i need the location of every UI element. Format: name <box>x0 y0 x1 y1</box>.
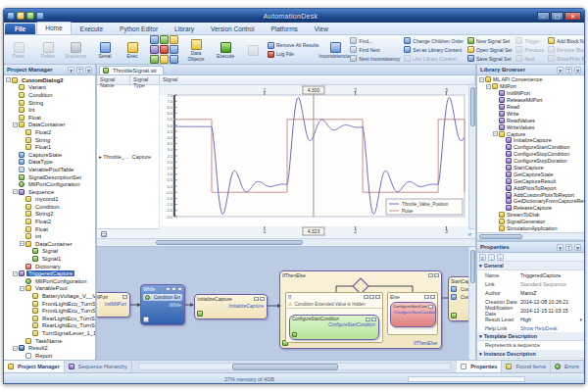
tree-item[interactable]: Float <box>4 114 95 122</box>
tree-item[interactable]: −ML API Convenience <box>477 76 584 83</box>
new-signal-set-button[interactable]: New Signal Set <box>467 37 512 45</box>
property-row[interactable]: Help LinkShow HelpDesk <box>477 323 584 332</box>
block-collapse-icon[interactable] <box>172 287 176 291</box>
find-next-button[interactable]: Find Next <box>350 46 400 54</box>
tree-item[interactable]: ReadValues <box>477 117 584 123</box>
tree-item[interactable]: RearLightEcu_TurnSignalLeft <box>4 315 95 322</box>
tab-python-editor[interactable]: Python Editor <box>112 24 166 34</box>
expander-icon[interactable]: − <box>486 84 491 89</box>
open-signal-set-button[interactable]: Open Signal Set <box>467 46 512 54</box>
tree-item[interactable]: InitMilPort <box>477 90 584 97</box>
tree-item[interactable]: StreamToDisk <box>477 212 584 219</box>
expander-icon[interactable]: − <box>479 77 484 82</box>
tree-item[interactable]: −TriggeredCapture <box>4 270 95 277</box>
tree-item[interactable]: DataType <box>4 159 95 167</box>
library-horizontal-scrollbar[interactable] <box>477 232 584 239</box>
tree-item[interactable]: −VariablePool <box>4 285 95 293</box>
tree-item[interactable]: Float2 <box>4 218 95 225</box>
configure-start-condition-if-block[interactable]: ConfigureStartCondition ConfigureStartCo… <box>289 315 379 340</box>
palette-block-icon[interactable] <box>160 35 169 44</box>
diagram-vertical-scrollbar[interactable] <box>468 247 475 360</box>
pin-icon[interactable]: ⊤ <box>565 67 572 74</box>
tab-sequence-hierarchy[interactable]: Sequence Hierarchy <box>65 361 132 372</box>
tree-item[interactable]: AddCustomPlotsToReport <box>477 191 584 198</box>
tab-properties[interactable]: Properties <box>457 361 502 372</box>
pin-icon[interactable]: ⊤ <box>76 67 83 74</box>
tree-item[interactable]: SignalGenerator <box>477 219 584 225</box>
tab-library[interactable]: Library <box>167 24 202 34</box>
signal-plot[interactable]: 1122337.57.06.56.05.55.04.54.03.53.02.52… <box>160 85 468 228</box>
expander-icon[interactable]: − <box>20 286 24 291</box>
remove-all-results-button[interactable]: Remove All Results <box>268 41 318 49</box>
find--button[interactable]: Find... <box>350 37 400 45</box>
expander-icon[interactable]: − <box>13 122 18 127</box>
tree-item[interactable]: String <box>4 99 95 107</box>
palette-block-icon[interactable] <box>150 35 159 44</box>
tab-platforms[interactable]: Platforms <box>263 24 305 34</box>
undo-icon[interactable] <box>26 12 34 20</box>
minimize-button[interactable]: – <box>537 12 550 21</box>
palette-block-icon[interactable] <box>170 35 178 44</box>
tree-item[interactable]: MilPortConfiguration <box>4 277 95 285</box>
signal-row[interactable]: ▸ Throttle_... Capture <box>97 85 160 228</box>
plot-vertical-scrollbar[interactable] <box>468 85 475 228</box>
add-block-note-button[interactable]: Add Block Note <box>548 37 584 45</box>
tab-found-items[interactable]: Found Items <box>502 361 551 372</box>
tree-item[interactable]: ConfigureStopDuration <box>477 158 584 165</box>
tab-errors[interactable]: Errors <box>551 361 584 372</box>
exec-button[interactable]: Exec <box>120 40 145 60</box>
tab-home[interactable]: Home <box>36 22 71 34</box>
tree-item[interactable]: SignalDescriptionSet <box>4 173 95 181</box>
tree-item[interactable]: ReleaseCapture <box>477 205 584 212</box>
expander-icon[interactable]: − <box>13 271 18 276</box>
while-block[interactable]: While Condition Enter While <box>140 284 185 325</box>
expander-icon[interactable]: − <box>13 189 18 194</box>
block-menu-icon[interactable] <box>177 287 182 291</box>
expand-all-icon[interactable]: ＋ <box>497 254 504 261</box>
filter-icon[interactable] <box>101 231 107 237</box>
pin-icon[interactable]: ⊤ <box>565 244 572 251</box>
tree-item[interactable]: −Sequence <box>4 188 95 196</box>
data-objects-button[interactable]: Data Objects <box>183 37 209 63</box>
branch-collapse-icon[interactable] <box>364 295 368 299</box>
palette-block-icon[interactable] <box>170 45 178 54</box>
else-branch-panel[interactable]: Else ConfigureStartCondition ConfigureSt… <box>387 292 438 335</box>
column-header-signal-type[interactable]: Signal Type <box>130 75 160 84</box>
maximize-button[interactable]: ▢ <box>551 12 564 21</box>
init-mil-port-block[interactable]: InitMilPort InitMilPort <box>97 292 130 318</box>
tree-item[interactable]: Report <box>4 352 95 360</box>
property-row[interactable]: Modification Date2014-12-15 11:03:15 <box>477 306 584 315</box>
close-icon[interactable]: ✕ <box>85 67 92 74</box>
next-inconsistency-button[interactable]: Next Inconsistency <box>350 55 400 63</box>
branch-menu-icon[interactable] <box>369 295 374 299</box>
block-collapse-icon[interactable] <box>254 297 259 301</box>
tree-item[interactable]: String2 <box>4 211 95 219</box>
triangle-icon[interactable]: ▾ <box>479 351 482 357</box>
tree-item[interactable]: −CustomDialog2 <box>4 76 95 84</box>
tree-item[interactable]: ConfigureStartCondition <box>477 144 584 151</box>
execute-button[interactable]: Execute <box>213 40 238 60</box>
property-row[interactable]: Result LevelHigh▾ <box>477 315 584 323</box>
column-header-signal[interactable]: Signal <box>160 75 475 84</box>
tree-item[interactable]: −Capture <box>477 130 584 137</box>
block-menu-icon[interactable] <box>260 297 265 301</box>
tab-view[interactable]: View <box>307 24 336 34</box>
tree-item[interactable]: Write <box>477 110 584 117</box>
configure-start-condition-else-block[interactable]: ConfigureStartCondition ConfigureStartCo… <box>390 302 436 327</box>
tree-item[interactable]: Variant <box>4 84 95 92</box>
tree-item[interactable]: RearLightEcu_TurnSignalRight <box>4 322 95 330</box>
tree-item[interactable]: AddPlotsToReport <box>477 184 584 191</box>
chevron-down-icon[interactable]: ▾ <box>68 67 74 74</box>
set-as-library-content-button[interactable]: Set as Library Content <box>404 46 464 54</box>
tree-item[interactable]: mycond1 <box>4 196 95 204</box>
tree-item[interactable]: −Result2 <box>4 344 95 352</box>
tree-item[interactable]: Float <box>4 225 95 233</box>
tree-item[interactable]: Float2 <box>4 128 95 136</box>
tree-item[interactable]: Dictionary <box>4 263 95 270</box>
property-row[interactable]: LinkStandard Sequence <box>477 279 584 288</box>
categorize-icon[interactable]: ≡ <box>479 254 486 261</box>
expander-icon[interactable]: − <box>6 77 11 82</box>
expander-icon[interactable]: − <box>493 131 498 136</box>
save-signal-set-button[interactable]: Save Signal Set <box>467 55 512 63</box>
chevron-down-icon[interactable]: ▾ <box>557 67 564 74</box>
